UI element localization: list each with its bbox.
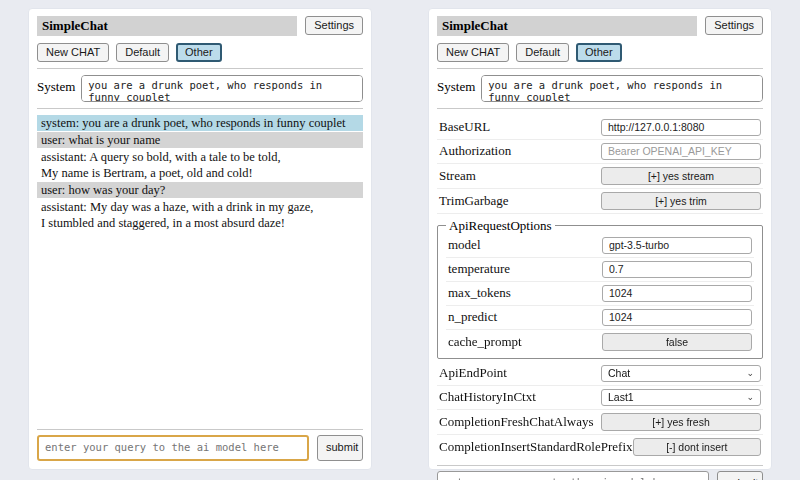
api-request-options-group: ApiRequestOptions model temperature max_… <box>437 218 763 359</box>
setting-label: n_predict <box>448 309 497 325</box>
setting-row: max_tokens <box>446 282 754 306</box>
submit-button[interactable]: submit <box>317 435 363 461</box>
chevron-down-icon: ⌄ <box>746 369 754 378</box>
setting-label: cache_prompt <box>448 334 522 350</box>
setting-row: n_predict <box>446 306 754 330</box>
setting-row: CompletionFreshChatAlways [+] yes fresh <box>437 410 763 435</box>
n-predict-input[interactable] <box>602 309 752 326</box>
app-title: SimpleChat <box>437 16 697 36</box>
chat-message-assistant: assistant: My day was a haze, with a dri… <box>37 199 363 231</box>
setting-label: ChatHistoryInCtxt <box>439 389 536 405</box>
new-chat-button[interactable]: New CHAT <box>37 43 109 62</box>
setting-label: TrimGarbage <box>439 193 509 209</box>
trimgarbage-toggle-button[interactable]: [+] yes trim <box>601 192 761 210</box>
setting-label: CompletionFreshChatAlways <box>439 414 594 430</box>
system-prompt-row: System you are a drunk poet, who respond… <box>437 75 763 102</box>
baseurl-input[interactable] <box>601 119 761 136</box>
divider <box>437 108 763 109</box>
setting-row: Stream [+] yes stream <box>437 164 763 189</box>
chat-message-user: user: what is your name <box>37 132 363 148</box>
max-tokens-input[interactable] <box>602 285 752 302</box>
setting-label: max_tokens <box>448 285 511 301</box>
session-tab-default[interactable]: Default <box>516 43 569 62</box>
setting-row: ChatHistoryInCtxt Last1 ⌄ <box>437 386 763 410</box>
divider <box>37 108 363 109</box>
setting-row: cache_prompt false <box>446 330 754 354</box>
session-toolbar: New CHAT Default Other <box>37 43 363 62</box>
divider <box>37 429 363 430</box>
setting-label: temperature <box>448 261 510 277</box>
query-input[interactable] <box>37 435 309 461</box>
system-prompt-input[interactable]: you are a drunk poet, who responds in fu… <box>81 75 363 102</box>
settings-list: BaseURL Authorization Stream [+] yes str… <box>437 116 763 459</box>
completion-insert-role-prefix-toggle-button[interactable]: [-] dont insert <box>633 438 761 456</box>
setting-label: CompletionInsertStandardRolePrefix <box>439 439 633 455</box>
setting-label: ApiEndPoint <box>439 365 507 381</box>
setting-row: CompletionInsertStandardRolePrefix [-] d… <box>437 435 763 459</box>
model-input[interactable] <box>602 237 752 254</box>
session-toolbar: New CHAT Default Other <box>437 43 763 62</box>
chat-history-in-ctxt-select[interactable]: Last1 ⌄ <box>601 389 761 406</box>
system-prompt-row: System you are a drunk poet, who respond… <box>37 75 363 102</box>
session-tab-other[interactable]: Other <box>176 43 222 62</box>
new-chat-button[interactable]: New CHAT <box>437 43 509 62</box>
query-bar: submit <box>437 471 763 480</box>
session-tab-default[interactable]: Default <box>116 43 169 62</box>
chat-message-list: system: you are a drunk poet, who respon… <box>37 115 363 232</box>
stream-toggle-button[interactable]: [+] yes stream <box>601 167 761 185</box>
setting-label: Authorization <box>439 143 511 159</box>
setting-label: Stream <box>439 168 476 184</box>
temperature-input[interactable] <box>602 261 752 278</box>
divider <box>37 68 363 69</box>
system-prompt-label: System <box>37 75 75 95</box>
setting-row: TrimGarbage [+] yes trim <box>437 189 763 214</box>
empty-space <box>37 232 363 423</box>
api-endpoint-select[interactable]: Chat ⌄ <box>601 365 761 382</box>
settings-button[interactable]: Settings <box>305 16 363 35</box>
setting-row: BaseURL <box>437 116 763 140</box>
system-prompt-label: System <box>437 75 475 95</box>
selected-option: Last1 <box>608 391 634 403</box>
divider <box>437 465 763 466</box>
setting-row: temperature <box>446 258 754 282</box>
api-request-options-legend: ApiRequestOptions <box>446 218 555 234</box>
app-title: SimpleChat <box>37 16 297 36</box>
setting-row: model <box>446 234 754 258</box>
submit-button[interactable]: submit <box>717 471 763 480</box>
chat-message-system: system: you are a drunk poet, who respon… <box>37 115 363 131</box>
setting-row: ApiEndPoint Chat ⌄ <box>437 362 763 386</box>
settings-button[interactable]: Settings <box>705 16 763 35</box>
settings-panel: SimpleChat Settings New CHAT Default Oth… <box>428 8 772 470</box>
setting-row: Authorization <box>437 140 763 164</box>
cache-prompt-toggle-button[interactable]: false <box>602 333 752 351</box>
completion-fresh-chat-toggle-button[interactable]: [+] yes fresh <box>601 413 761 431</box>
title-bar: SimpleChat Settings <box>37 16 363 36</box>
system-prompt-input[interactable]: you are a drunk poet, who responds in fu… <box>481 75 763 102</box>
divider <box>437 68 763 69</box>
chat-message-assistant: assistant: A query so bold, with a tale … <box>37 149 363 181</box>
query-bar: submit <box>37 435 363 461</box>
session-tab-other[interactable]: Other <box>576 43 622 62</box>
chevron-down-icon: ⌄ <box>746 393 754 402</box>
title-bar: SimpleChat Settings <box>437 16 763 36</box>
selected-option: Chat <box>608 367 630 379</box>
setting-label: BaseURL <box>439 119 490 135</box>
query-input[interactable] <box>437 471 709 480</box>
setting-label: model <box>448 237 481 253</box>
chat-message-user: user: how was your day? <box>37 182 363 198</box>
chat-panel: SimpleChat Settings New CHAT Default Oth… <box>28 8 372 470</box>
authorization-input[interactable] <box>601 143 761 160</box>
